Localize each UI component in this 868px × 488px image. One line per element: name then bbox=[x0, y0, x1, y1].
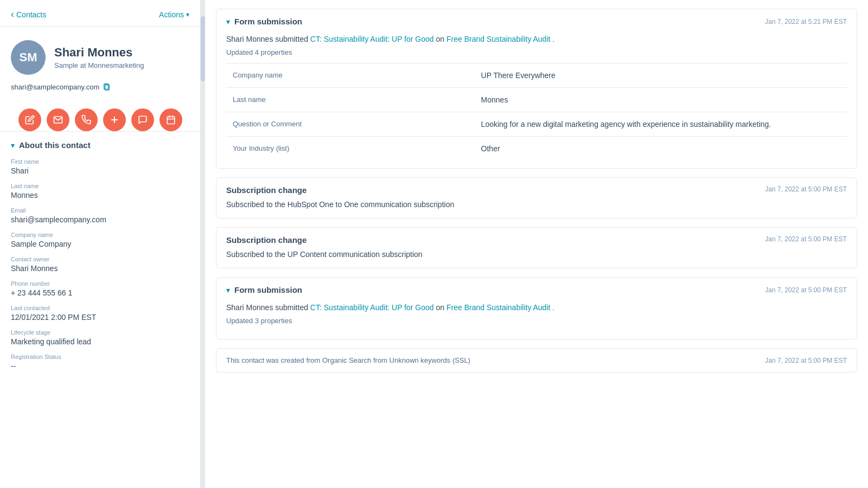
field-value-phone-number[interactable]: + 23 444 555 66 1 bbox=[11, 288, 189, 297]
action-buttons-row bbox=[0, 108, 200, 131]
field-label-phone-number: Phone number bbox=[11, 280, 189, 287]
submission-subtitle-1: Updated 4 properties bbox=[226, 48, 847, 56]
submission-link2-1[interactable]: Free Brand Sustainability Audit . bbox=[446, 35, 554, 43]
field-value-last-name[interactable]: Monnes bbox=[11, 191, 189, 200]
contact-company: Sample at Monnesmarketing bbox=[54, 61, 144, 69]
actions-button[interactable]: Actions bbox=[159, 10, 189, 19]
submission-text-pre-2: Shari Monnes submitted bbox=[226, 303, 310, 312]
field-label-last-name: Last name bbox=[11, 183, 189, 189]
contact-info: SM Shari Monnes Sample at Monnesmarketin… bbox=[0, 27, 200, 100]
svg-rect-4 bbox=[167, 117, 175, 124]
subscription-change-card-1: Subscription change Jan 7, 2022 at 5:00 … bbox=[216, 177, 857, 219]
subscription-text-1: Subscribed to the HubSpot One to One com… bbox=[226, 199, 847, 210]
form-submission-body-2: Shari Monnes submitted CT: Sustainabilit… bbox=[216, 302, 857, 339]
field-phone-number: Phone number + 23 444 555 66 1 bbox=[11, 280, 189, 297]
field-label-last-contacted: Last contacted bbox=[11, 305, 189, 311]
subscription-time-2: Jan 7, 2022 at 5:00 PM EST bbox=[765, 235, 847, 243]
prop-field: Company name bbox=[226, 63, 475, 88]
properties-table-1: Company name UP There Everywhere Last na… bbox=[226, 63, 847, 160]
subscription-header-2: Subscription change Jan 7, 2022 at 5:00 … bbox=[226, 235, 847, 245]
field-lifecycle-stage: Lifecycle stage Marketing qualified lead bbox=[11, 329, 189, 346]
collapse-icon-1: ▾ bbox=[226, 17, 230, 26]
organic-text: This contact was created from Organic Se… bbox=[226, 356, 470, 364]
submission-text-mid-2: on bbox=[434, 303, 446, 312]
form-submission-card-1: ▾ Form submission Jan 7, 2022 at 5:21 PM… bbox=[216, 9, 857, 169]
submission-text-mid-1: on bbox=[434, 35, 446, 43]
prop-value: UP There Everywhere bbox=[475, 63, 847, 88]
center-scrollbar[interactable] bbox=[201, 0, 205, 488]
collapse-icon-2: ▾ bbox=[226, 286, 230, 294]
about-section-title: About this contact bbox=[19, 140, 91, 150]
subscription-title-2: Subscription change bbox=[226, 235, 307, 245]
field-value-last-contacted[interactable]: 12/01/2021 2:00 PM EST bbox=[11, 313, 189, 322]
right-panel: ▾ Form submission Jan 7, 2022 at 5:21 PM… bbox=[205, 0, 868, 488]
calendar-button[interactable] bbox=[159, 108, 182, 131]
chat-button[interactable] bbox=[131, 108, 154, 131]
subscription-text-2: Subscribed to the UP Content communicati… bbox=[226, 249, 847, 260]
form-submission-title-row-1: ▾ Form submission bbox=[226, 17, 302, 26]
form-submission-card-2: ▾ Form submission Jan 7, 2022 at 5:00 PM… bbox=[216, 277, 857, 339]
form-submission-title-2: Form submission bbox=[234, 285, 302, 294]
field-value-first-name[interactable]: Shari bbox=[11, 166, 189, 175]
organic-time: Jan 7, 2022 at 5:00 PM EST bbox=[765, 357, 847, 364]
field-value-registration-status[interactable]: -- bbox=[11, 362, 189, 370]
submission-subtitle-2: Updated 3 properties bbox=[226, 317, 847, 325]
phone-button[interactable] bbox=[75, 108, 98, 131]
left-panel-header: Contacts Actions bbox=[0, 0, 200, 27]
field-first-name: First name Shari bbox=[11, 158, 189, 175]
form-submission-body-1: Shari Monnes submitted CT: Sustainabilit… bbox=[216, 34, 857, 168]
form-submission-title-1: Form submission bbox=[234, 17, 302, 26]
form-submission-time-1: Jan 7, 2022 at 5:21 PM EST bbox=[765, 18, 847, 25]
contact-email: shari@samplecompany.com bbox=[11, 83, 99, 91]
field-value-contact-owner[interactable]: Shari Monnes bbox=[11, 264, 189, 273]
field-label-contact-owner: Contact owner bbox=[11, 256, 189, 262]
form-submission-header-2[interactable]: ▾ Form submission Jan 7, 2022 at 5:00 PM… bbox=[216, 278, 857, 302]
left-panel: Contacts Actions SM Shari Monnes Sample … bbox=[0, 0, 201, 488]
subscription-time-1: Jan 7, 2022 at 5:00 PM EST bbox=[765, 185, 847, 193]
submission-text-pre-1: Shari Monnes submitted bbox=[226, 35, 310, 43]
table-row: Your Industry (list) Other bbox=[226, 137, 847, 161]
field-email: Email shari@samplecompany.com bbox=[11, 207, 189, 224]
form-submission-time-2: Jan 7, 2022 at 5:00 PM EST bbox=[765, 286, 847, 294]
field-label-company-name: Company name bbox=[11, 232, 189, 238]
avatar: SM bbox=[11, 40, 46, 75]
field-company-name: Company name Sample Company bbox=[11, 232, 189, 248]
table-row: Last name Monnes bbox=[226, 88, 847, 112]
field-label-lifecycle-stage: Lifecycle stage bbox=[11, 329, 189, 336]
field-value-company-name[interactable]: Sample Company bbox=[11, 240, 189, 248]
field-label-registration-status: Registration Status bbox=[11, 354, 189, 360]
contact-email-row: shari@samplecompany.com bbox=[11, 82, 111, 91]
field-value-email[interactable]: shari@samplecompany.com bbox=[11, 215, 189, 224]
about-section: ▾ About this contact First name Shari La… bbox=[0, 131, 200, 387]
field-last-contacted: Last contacted 12/01/2021 2:00 PM EST bbox=[11, 305, 189, 322]
subscription-change-card-2: Subscription change Jan 7, 2022 at 5:00 … bbox=[216, 227, 857, 268]
field-last-name: Last name Monnes bbox=[11, 183, 189, 200]
submission-link1-2[interactable]: CT: Sustainability Audit: UP for Good bbox=[310, 303, 434, 312]
form-submission-text-1: Shari Monnes submitted CT: Sustainabilit… bbox=[226, 34, 847, 45]
prop-value: Other bbox=[475, 137, 847, 161]
table-row: Question or Comment Looking for a new di… bbox=[226, 112, 847, 137]
contacts-back-button[interactable]: Contacts bbox=[11, 9, 46, 20]
email-button[interactable] bbox=[47, 108, 69, 131]
field-label-email: Email bbox=[11, 207, 189, 214]
field-label-first-name: First name bbox=[11, 158, 189, 165]
submission-link1-1[interactable]: CT: Sustainability Audit: UP for Good bbox=[310, 35, 434, 43]
subscription-header-1: Subscription change Jan 7, 2022 at 5:00 … bbox=[226, 185, 847, 195]
table-row: Company name UP There Everywhere bbox=[226, 63, 847, 88]
prop-value: Monnes bbox=[475, 88, 847, 112]
field-registration-status: Registration Status -- bbox=[11, 354, 189, 370]
contact-name-block: Shari Monnes Sample at Monnesmarketing bbox=[54, 46, 144, 69]
edit-button[interactable] bbox=[18, 108, 41, 131]
contact-header-row: SM Shari Monnes Sample at Monnesmarketin… bbox=[11, 40, 144, 75]
field-value-lifecycle-stage[interactable]: Marketing qualified lead bbox=[11, 337, 189, 346]
contact-name: Shari Monnes bbox=[54, 46, 144, 60]
form-submission-title-row-2: ▾ Form submission bbox=[226, 285, 302, 294]
prop-field: Your Industry (list) bbox=[226, 137, 475, 161]
submission-link2-2[interactable]: Free Brand Sustainability Audit . bbox=[446, 303, 554, 312]
add-button[interactable] bbox=[103, 108, 126, 131]
copy-email-icon[interactable] bbox=[103, 82, 111, 91]
form-submission-header-1[interactable]: ▾ Form submission Jan 7, 2022 at 5:21 PM… bbox=[216, 9, 857, 34]
form-submission-text-2: Shari Monnes submitted CT: Sustainabilit… bbox=[226, 302, 847, 313]
organic-row: This contact was created from Organic Se… bbox=[216, 348, 857, 373]
about-section-header[interactable]: ▾ About this contact bbox=[11, 140, 189, 150]
